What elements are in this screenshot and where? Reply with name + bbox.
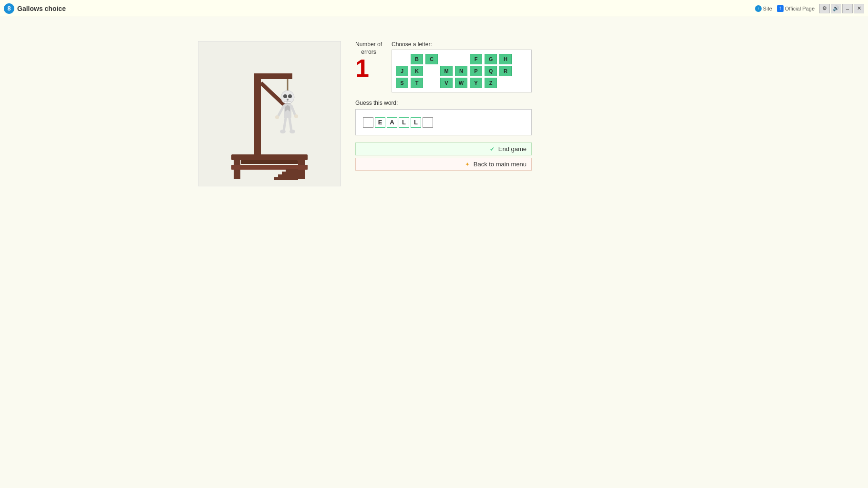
letter-Q[interactable]: Q [485, 66, 497, 76]
word-cell-2: A [387, 117, 397, 128]
official-page-label: Official Page [785, 6, 815, 11]
svg-rect-10 [254, 73, 292, 79]
svg-point-31 [289, 130, 295, 133]
back-menu-label: Back to main menu [474, 161, 527, 168]
svg-point-26 [275, 115, 279, 119]
end-game-label: End game [498, 145, 527, 152]
window-minimize-button[interactable]: – [842, 4, 853, 13]
svg-point-14 [283, 94, 287, 98]
site-button[interactable]: i Site [755, 5, 772, 12]
letter-empty-d1 [440, 54, 453, 64]
letter-V[interactable]: V [440, 78, 453, 88]
window-controls: ⚙ 🔊 – ✕ [819, 4, 864, 13]
facebook-icon: f [777, 5, 784, 12]
letter-B[interactable]: B [411, 54, 423, 64]
errors-section: Number oferrors 1 Choose a letter: B C F… [355, 41, 532, 92]
letter-M[interactable]: M [440, 66, 453, 76]
letter-H[interactable]: H [499, 54, 512, 64]
svg-point-27 [294, 114, 298, 118]
letter-C[interactable]: C [425, 54, 438, 64]
svg-rect-8 [286, 169, 298, 172]
app-icon: 8 [4, 3, 14, 14]
titlebar-left: 8 Gallows choice [4, 3, 66, 14]
letter-F[interactable]: F [470, 54, 482, 64]
word-cell-4: L [411, 117, 421, 128]
word-cell-5 [423, 117, 433, 128]
svg-line-28 [284, 118, 286, 131]
letter-Y[interactable]: Y [470, 78, 482, 88]
letter-G[interactable]: G [485, 54, 497, 64]
svg-rect-9 [254, 73, 261, 155]
errors-label: Number oferrors [355, 41, 382, 56]
official-page-button[interactable]: f Official Page [777, 5, 815, 12]
main-content: Number oferrors 1 Choose a letter: B C F… [0, 17, 868, 186]
titlebar-right: i Site f Official Page ⚙ 🔊 – ✕ [755, 4, 864, 13]
game-panel: Number oferrors 1 Choose a letter: B C F… [355, 41, 532, 186]
letter-N[interactable]: N [455, 66, 467, 76]
letter-empty-c2 [425, 66, 438, 76]
letter-empty-a1 [396, 54, 408, 64]
gallows-area [198, 41, 341, 186]
titlebar: 8 Gallows choice i Site f Official Page … [0, 0, 868, 17]
letter-P[interactable]: P [470, 66, 482, 76]
word-cell-1: E [375, 117, 385, 128]
letter-T[interactable]: T [411, 78, 423, 88]
choose-letter-label: Choose a letter: [392, 41, 532, 48]
svg-line-24 [278, 106, 284, 116]
svg-rect-6 [278, 174, 298, 177]
buttons-section: ✔ End game ✦ Back to main menu [355, 142, 532, 171]
end-game-button[interactable]: ✔ End game [355, 142, 532, 155]
svg-line-25 [291, 106, 295, 115]
svg-rect-1 [241, 160, 298, 164]
svg-line-29 [289, 118, 291, 131]
window-close-button[interactable]: ✕ [854, 4, 864, 13]
letter-K[interactable]: K [411, 66, 423, 76]
errors-info: Number oferrors 1 [355, 41, 382, 81]
gallows-image [203, 45, 336, 183]
window-sound-button[interactable]: 🔊 [831, 4, 841, 13]
letter-empty-i3 [514, 78, 527, 88]
guess-word-area: E A L L [355, 109, 532, 135]
letter-empty-i1 [514, 54, 527, 64]
errors-number: 1 [355, 56, 382, 81]
back-menu-icon: ✦ [465, 161, 470, 168]
guess-label: Guess this word: [355, 100, 532, 106]
svg-rect-0 [231, 154, 308, 160]
site-label: Site [763, 6, 772, 11]
svg-rect-7 [282, 172, 298, 174]
letter-Z[interactable]: Z [485, 78, 497, 88]
svg-point-30 [280, 130, 286, 133]
svg-rect-5 [274, 177, 298, 180]
svg-point-16 [287, 99, 289, 101]
window-settings-button[interactable]: ⚙ [819, 4, 830, 13]
letter-W[interactable]: W [455, 78, 467, 88]
letter-section: Choose a letter: B C F G H J K [392, 41, 532, 92]
app-icon-label: 8 [7, 5, 10, 12]
back-menu-button[interactable]: ✦ Back to main menu [355, 158, 532, 171]
end-game-icon: ✔ [490, 146, 495, 152]
guess-section: Guess this word: E A L L [355, 100, 532, 135]
letter-S[interactable]: S [396, 78, 408, 88]
letter-grid: B C F G H J K M N P Q R [392, 50, 532, 92]
svg-point-15 [288, 94, 292, 98]
word-cell-0 [363, 117, 373, 128]
letter-R[interactable]: R [499, 66, 512, 76]
letter-empty-e1 [455, 54, 467, 64]
site-icon: i [755, 5, 762, 12]
letter-empty-i2 [514, 66, 527, 76]
word-cell-3: L [399, 117, 409, 128]
letter-empty-h3 [499, 78, 512, 88]
app-title: Gallows choice [17, 5, 66, 12]
letter-empty-c3 [425, 78, 438, 88]
letter-J[interactable]: J [396, 66, 408, 76]
